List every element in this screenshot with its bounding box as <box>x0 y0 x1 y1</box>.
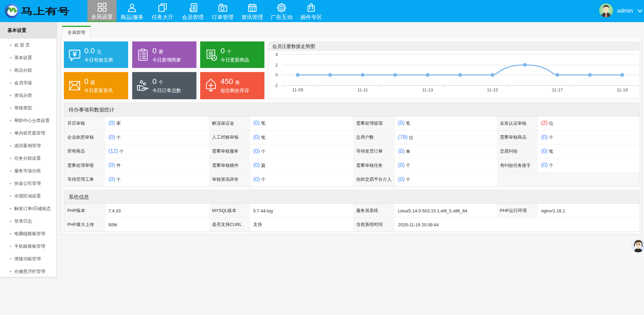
svg-text:11-13: 11-13 <box>422 87 433 92</box>
svg-text:11-19: 11-19 <box>617 87 628 92</box>
svg-text:11-09: 11-09 <box>292 87 303 92</box>
svg-text:¥: ¥ <box>73 50 77 58</box>
svg-text:2: 2 <box>275 63 278 68</box>
svg-text:11-17: 11-17 <box>552 87 563 92</box>
svg-text:0: 0 <box>275 72 278 77</box>
svg-text:4: 4 <box>275 52 278 57</box>
svg-text:11-15: 11-15 <box>487 87 498 92</box>
svg-text:11-11: 11-11 <box>357 87 368 92</box>
svg-text:-2: -2 <box>274 83 278 88</box>
